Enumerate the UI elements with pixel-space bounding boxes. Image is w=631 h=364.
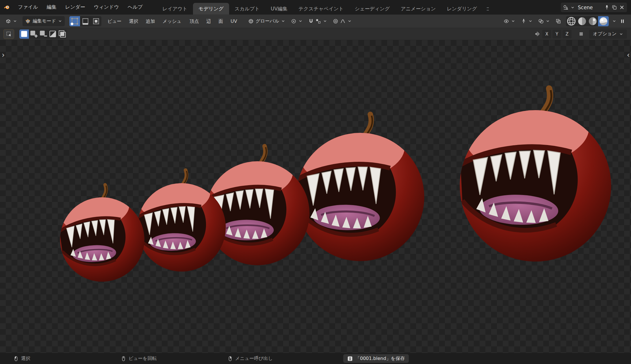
active-tool-button[interactable] <box>3 29 14 39</box>
save-notification[interactable]: 「0001.blend」を保存 <box>343 354 409 363</box>
tab-shading[interactable]: シェーディング <box>349 3 395 14</box>
shading-material[interactable] <box>587 16 598 26</box>
menu-add[interactable]: 追加 <box>142 14 159 28</box>
scene-name-field[interactable]: Scene <box>577 5 602 10</box>
shading-dropdown[interactable] <box>611 16 617 26</box>
chevron-down-icon <box>619 32 623 36</box>
snap-grid-icon[interactable] <box>578 31 584 37</box>
app-menus: ファイル編集レンダーウィンドウヘルプ <box>14 2 147 12</box>
shading-mode-group <box>566 16 609 26</box>
viewport-3d[interactable]: › ‹ <box>0 40 631 353</box>
menu-render[interactable]: レンダー <box>61 2 90 12</box>
pivot-icon <box>291 18 296 24</box>
chevron-down-icon <box>528 19 532 23</box>
pivot-point-button[interactable] <box>288 16 305 26</box>
pause-icon[interactable] <box>620 18 625 24</box>
options-dropdown[interactable]: オプション <box>589 29 627 39</box>
menu-view[interactable]: ビュー <box>104 14 125 28</box>
menu-edit[interactable]: 編集 <box>42 2 61 12</box>
selectoption-intersect[interactable] <box>57 29 67 39</box>
menu-select[interactable]: 選択 <box>125 14 142 28</box>
menu-uv[interactable]: UV <box>227 14 241 28</box>
tab-compositing[interactable]: コンポジティング <box>482 3 489 14</box>
scene-icon[interactable] <box>563 5 569 10</box>
snap-toggle[interactable] <box>306 16 314 26</box>
blender-window: ファイル編集レンダーウィンドウヘルプ レイアウトモデリングスカルプトUV編集テク… <box>0 0 631 364</box>
selectoption-new[interactable] <box>19 29 29 39</box>
tab-texture-paint[interactable]: テクスチャペイント <box>293 3 349 14</box>
overlays-icon <box>538 18 544 24</box>
copy-icon[interactable] <box>612 5 617 10</box>
xray-toggle[interactable] <box>553 16 564 26</box>
proportional-icon <box>333 18 338 24</box>
tab-layout[interactable]: レイアウト <box>157 3 193 14</box>
tab-modeling[interactable]: モデリング <box>193 3 229 14</box>
mirror-axis-y[interactable]: Y <box>552 30 561 38</box>
transform-orientation[interactable]: グローバル <box>246 16 288 26</box>
tab-rendering[interactable]: レンダリング <box>441 3 482 14</box>
status-hint-label: ビューを回転 <box>129 356 157 362</box>
menu-face[interactable]: 面 <box>215 14 227 28</box>
shading-solid[interactable] <box>577 16 587 26</box>
editor-type-button[interactable] <box>3 16 20 26</box>
mirror-axes-group: XYZ <box>542 30 571 38</box>
orientation-label: グローバル <box>256 18 279 24</box>
notification-text: 「0001.blend」を保存 <box>355 356 405 362</box>
mouse-left-icon <box>13 356 19 361</box>
select-mode-edge[interactable] <box>80 16 91 26</box>
menu-mesh[interactable]: メッシュ <box>159 14 185 28</box>
tab-animation[interactable]: アニメーション <box>395 3 441 14</box>
selectoption-invert[interactable] <box>48 29 57 39</box>
select-mode-face[interactable] <box>91 16 101 26</box>
shading-rendered[interactable] <box>598 16 609 26</box>
xray-icon <box>556 18 561 24</box>
select-mode-vertex[interactable] <box>69 16 80 26</box>
menu-edge[interactable]: 辺 <box>203 14 215 28</box>
proportional-editing-toggle[interactable] <box>330 16 339 26</box>
apple-monster-1[interactable] <box>51 171 153 290</box>
gizmo-button[interactable] <box>518 16 535 26</box>
mesh-menus: 頂点辺面UV <box>186 14 241 28</box>
tool-settings-bar: XYZ オプション <box>0 28 631 40</box>
status-hint-1: ビューを回転 <box>121 353 157 364</box>
mirror-axis-z[interactable]: Z <box>563 30 571 38</box>
overlays-button[interactable] <box>536 16 552 26</box>
mode-selector[interactable]: 編集モード <box>23 16 65 26</box>
menu-vertex[interactable]: 頂点 <box>186 14 203 28</box>
selectoption-extend[interactable] <box>29 29 38 39</box>
viewport-header: 編集モード ビュー選択追加メッシュ 頂点辺面UV グローバル <box>0 14 631 28</box>
editor-type-icon <box>5 18 11 24</box>
gizmo-icon <box>521 18 526 24</box>
toolbar-expand-icon[interactable]: › <box>2 51 5 59</box>
falloff-icon <box>340 18 346 24</box>
select-mode-group <box>69 16 101 26</box>
menu-window[interactable]: ウィンドウ <box>90 2 123 12</box>
blender-logo-icon[interactable] <box>4 4 10 10</box>
chevron-down-icon <box>298 19 302 23</box>
mirror-icon[interactable] <box>535 31 540 37</box>
mode-label: 編集モード <box>33 18 56 24</box>
chevron-down-icon <box>281 19 285 23</box>
orientation-global-icon <box>248 18 254 24</box>
sidebar-expand-icon[interactable]: ‹ <box>627 51 630 59</box>
select-options-group <box>19 29 67 39</box>
selectoption-subtract[interactable] <box>38 29 48 39</box>
menu-help[interactable]: ヘルプ <box>123 2 147 12</box>
status-hint-label: 選択 <box>21 356 30 362</box>
shading-wireframe[interactable] <box>566 16 577 26</box>
tab-sculpting[interactable]: スカルプト <box>229 3 265 14</box>
chevron-down-icon <box>546 19 550 23</box>
chevron-down-icon[interactable] <box>571 5 575 10</box>
apple-monster-5[interactable] <box>446 64 626 275</box>
snap-target-button[interactable] <box>315 16 330 26</box>
visibility-icon <box>504 18 509 24</box>
menu-file[interactable]: ファイル <box>14 2 42 12</box>
close-icon[interactable] <box>619 5 625 10</box>
falloff-button[interactable] <box>339 16 354 26</box>
pin-icon[interactable] <box>604 5 610 10</box>
chevron-down-icon <box>323 19 327 23</box>
visibility-button[interactable] <box>501 16 518 26</box>
tab-uv-editing[interactable]: UV編集 <box>265 3 293 14</box>
snap-target-icon <box>315 18 321 24</box>
mirror-axis-x[interactable]: X <box>542 30 551 38</box>
